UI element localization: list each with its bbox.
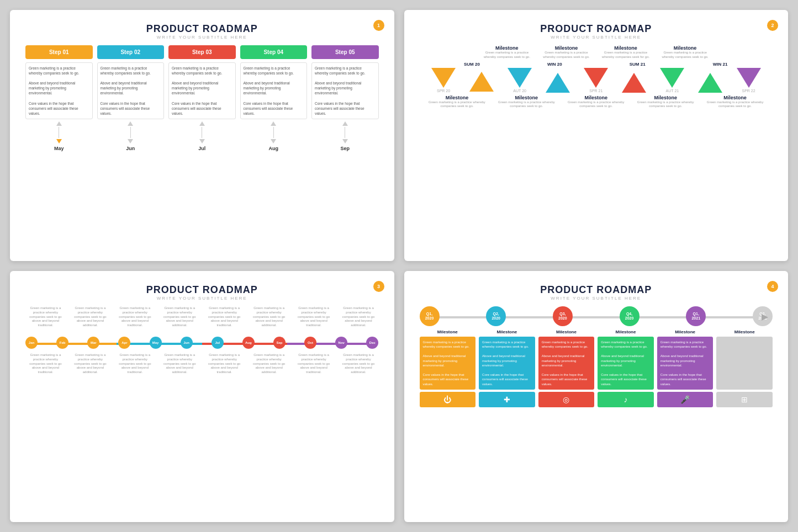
s3-bot-2: Green marketing is a practice whereby co… [70, 353, 110, 375]
arrow-up-4 [271, 121, 276, 126]
month-jul: Jul [168, 146, 236, 151]
arrow-up-2 [128, 121, 133, 126]
s2-title-3: Milestone [598, 45, 654, 51]
arrow-up-1 [56, 121, 62, 126]
s3-bot-4: Green marketing is a practice whereby co… [160, 353, 200, 375]
s4-m-3: Milestone [538, 329, 595, 334]
s2-top-milestones: Milestone Green marketing is a practice … [420, 45, 773, 60]
arrow-up-3 [199, 121, 205, 126]
content-2: Green marketing is a practice whereby co… [97, 62, 165, 119]
s2-bot-title-5: Milestone [702, 95, 768, 100]
s3-top-4: Green marketing is a practice whereby co… [160, 306, 200, 328]
s3-top-texts: Green marketing is a practice whereby co… [25, 306, 379, 328]
q4-2020: Q4,2020 [620, 306, 640, 326]
dot-jul: Jul [212, 337, 224, 349]
step-2: Step 02 [97, 45, 165, 59]
s4-icon-5: 🎤 [657, 392, 714, 407]
s2-text-4: Green marketing is a practice whereby co… [657, 51, 714, 60]
slide-3-subtitle: WRITE YOUR SUBTITLE HERE [25, 296, 379, 301]
s2-milestone-bot-1: Milestone Green marketing is a practice … [424, 95, 490, 109]
arrow-down-4 [271, 139, 276, 143]
s4-icon-6: ⊞ [716, 392, 773, 407]
step-5: Step 05 [311, 45, 379, 59]
content-5: Green marketing is a practice whereby co… [311, 62, 379, 119]
month-jun: Jun [97, 146, 165, 151]
s3-top-1: Green marketing is a practice whereby co… [25, 306, 66, 328]
dot-jun: Jun [181, 337, 193, 349]
arrow-down-5 [342, 139, 348, 143]
s2-milestone-top-4: Milestone Green marketing is a practice … [657, 45, 714, 60]
arrow-cell-1 [25, 121, 93, 143]
s2-bot-title-2: Milestone [493, 95, 559, 100]
s4-m-5: Milestone [657, 329, 714, 334]
s4-icon-4: ♪ [598, 392, 654, 407]
slide-2-number: 2 [767, 20, 778, 31]
slide-2: 2 PRODUCT ROADMAP WRITE YOUR SUBTITLE HE… [404, 10, 789, 261]
s2-title-4: Milestone [657, 45, 714, 51]
slide-4-title: PRODUCT ROADMAP [420, 284, 773, 296]
s4-content: Green marketing is a practice whereby co… [420, 337, 773, 390]
arrow-up-5 [342, 121, 348, 126]
slide-1-subtitle: WRITE YOUR SUBTITLE HERE [25, 35, 379, 40]
s2-title-1: Milestone [479, 45, 535, 51]
dot-sep: Sep [273, 337, 286, 349]
dot-apr: Apr [118, 337, 130, 349]
s4-c-2: Green marketing is a practice whereby co… [479, 337, 535, 390]
content-3: Green marketing is a practice whereby co… [168, 62, 236, 119]
s2-text-1: Green marketing is a practice whereby co… [479, 51, 535, 60]
q1-2020: Q1,2020 [420, 306, 440, 326]
s4-m-1: Milestone [420, 329, 476, 334]
month-may: May [25, 146, 93, 151]
dot-may: May [150, 337, 162, 349]
s4-c-5: Green marketing is a practice whereby co… [657, 337, 714, 390]
step-4: Step 04 [240, 45, 308, 59]
s2-milestone-top-1: Milestone Green marketing is a practice … [479, 45, 535, 60]
s4-m-2: Milestone [479, 329, 535, 334]
arrow-cell-4 [240, 121, 308, 143]
s2-bot-text-5: Green marketing is a practice whereby co… [702, 100, 768, 109]
s2-bot-title-4: Milestone [632, 95, 699, 100]
arrow-cell-2 [97, 121, 165, 143]
slide-1-title: PRODUCT ROADMAP [25, 23, 379, 35]
slide-3-title: PRODUCT ROADMAP [25, 284, 379, 296]
s3-top-6: Green marketing is a practice whereby co… [249, 306, 289, 328]
slide-4-number: 4 [767, 281, 778, 292]
s2-triangles: SPR 20 AUT 20 SPR 21 AUT 21 SPR 2 [420, 68, 773, 93]
s3-bot-5: Green marketing is a practice whereby co… [204, 353, 245, 375]
s4-milestones: Milestone Milestone Milestone Milestone … [420, 329, 773, 334]
s4-c-6 [716, 337, 773, 390]
s3-bot-6: Green marketing is a practice whereby co… [249, 353, 289, 375]
s4-icons: ⏻ ✚ ◎ ♪ 🎤 ⊞ [420, 392, 773, 407]
dot-mar: Mar [87, 337, 99, 349]
s4-timeline: Q1,2020 Q2,2020 Q3,2020 Q4,2020 Q1,2021 … [420, 306, 773, 326]
s3-top-7: Green marketing is a practice whereby co… [294, 306, 334, 328]
s2-milestone-bot-5: Milestone Green marketing is a practice … [702, 95, 768, 109]
s4-icon-1: ⏻ [420, 392, 476, 407]
q3-2020: Q3,2020 [553, 306, 573, 326]
step-3: Step 03 [168, 45, 236, 59]
s2-period-row: SUM 20 WIN 20 SUM 21 WIN 21 [420, 62, 773, 67]
slide-1-months: May Jun Jul Aug Sep [25, 146, 379, 151]
s3-bot-8: Green marketing is a practice whereby co… [339, 353, 379, 375]
dot-oct: Oct [304, 337, 316, 349]
slide-4: 4 PRODUCT ROADMAP WRITE YOUR SUBTITLE HE… [404, 271, 789, 522]
s2-bot-title-1: Milestone [424, 95, 490, 100]
slide-2-title: PRODUCT ROADMAP [420, 23, 773, 35]
s2-milestone-top-3: Milestone Green marketing is a practice … [598, 45, 654, 60]
s2-text-2: Green marketing is a practice whereby co… [538, 51, 595, 60]
dot-feb: Feb [56, 337, 68, 349]
slide-1-arrows [25, 121, 379, 143]
slide-1-content: Green marketing is a practice whereby co… [25, 62, 379, 119]
content-4: Green marketing is a practice whereby co… [240, 62, 308, 119]
slide-1-steps: Step 01 Step 02 Step 03 Step 04 Step 05 [25, 45, 379, 59]
s4-icon-3: ◎ [538, 392, 595, 407]
s4-c-3: Green marketing is a practice whereby co… [538, 337, 595, 390]
s2-bot-text-1: Green marketing is a practice whereby co… [424, 100, 490, 109]
s2-bottom-milestones: Milestone Green marketing is a practice … [420, 95, 773, 109]
s4-m-6: Milestone [716, 329, 773, 334]
month-sep: Sep [311, 146, 379, 151]
s2-milestone-bot-4: Milestone Green marketing is a practice … [632, 95, 699, 109]
month-aug: Aug [240, 146, 308, 151]
s3-bot-3: Green marketing is a practice whereby co… [115, 353, 155, 375]
s3-top-8: Green marketing is a practice whereby co… [339, 306, 379, 328]
